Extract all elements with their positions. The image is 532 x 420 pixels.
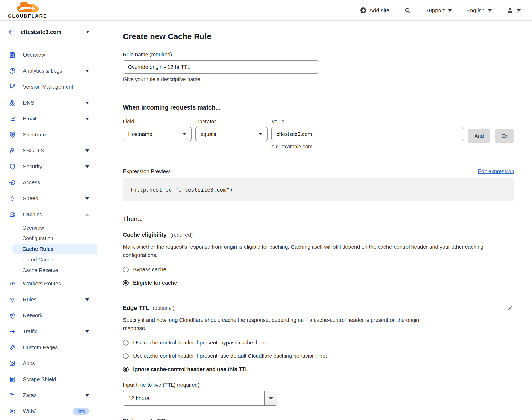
document-icon (9, 376, 16, 383)
add-site-button[interactable]: Add site (360, 7, 390, 14)
user-icon (506, 7, 514, 14)
chevron-up-icon (85, 213, 89, 216)
operator-label: Operator (195, 119, 268, 125)
login-arrow-icon (9, 179, 16, 186)
chevron-down-icon (85, 102, 89, 104)
sidebar-item-custom-pages[interactable]: Custom Pages (0, 339, 97, 355)
edge-ttl-option-2-radio[interactable]: Use cache-control header if present, use… (123, 353, 514, 359)
sidebar-item-access[interactable]: Access (0, 174, 97, 190)
chevron-down-icon (85, 330, 89, 333)
match-row: Field Hostname Operator equals Value e.g… (123, 119, 514, 150)
zaraz-bars-icon (9, 392, 16, 399)
edge-ttl-option-1-radio[interactable]: Use cache-control header if present, byp… (123, 340, 514, 346)
sidebar-subitem-caching-overview[interactable]: Overview (12, 222, 97, 233)
expression-preview-label: Expression Preview (123, 168, 170, 174)
or-button[interactable]: Or (495, 129, 514, 143)
edge-ttl-section: Edge TTL (optional) Specify if and how l… (123, 296, 514, 420)
value-helper: e.g. example.com (271, 144, 464, 150)
code-brackets-icon (9, 280, 16, 287)
sidebar-item-zaraz[interactable]: Zaraz (0, 387, 97, 403)
sidebar-item-web3[interactable]: Web3 New (0, 403, 97, 419)
edge-ttl-description: Specify if and how long Cloudflare shoul… (123, 316, 438, 332)
web3-hexagon-icon (9, 407, 16, 415)
field-select[interactable]: Hostname (123, 127, 192, 141)
dropdown-button[interactable] (264, 391, 277, 405)
chevron-down-icon (488, 9, 492, 12)
sidebar: cftestsite3.com Overview Analytics & Log… (0, 21, 97, 420)
sidebar-item-spectrum[interactable]: Spectrum (0, 127, 97, 143)
app-box-icon (9, 360, 16, 367)
sidebar-subitem-tiered-cache[interactable]: Tiered Cache (12, 254, 97, 265)
sidebar-item-apps[interactable]: Apps (0, 355, 97, 371)
funnel-icon (9, 296, 16, 303)
cache-eligibility-heading: Cache eligibility (123, 232, 167, 238)
shield-asterisk-icon (9, 131, 16, 138)
edit-expression-link[interactable]: Edit expression (478, 168, 514, 174)
eligible-for-cache-radio[interactable]: Eligible for cache (123, 280, 514, 286)
support-menu[interactable]: Support (425, 7, 452, 14)
pie-chart-icon (9, 67, 16, 74)
chevron-down-icon (85, 394, 89, 397)
bypass-cache-radio[interactable]: Bypass cache (123, 267, 514, 273)
status-code-ttl-heading: Status code TTL (123, 418, 514, 420)
sidebar-subitem-configuration[interactable]: Configuration (12, 233, 97, 244)
chevron-down-icon (182, 133, 187, 135)
radio-checked-icon (123, 367, 129, 372)
sidebar-item-caching[interactable]: Caching (0, 206, 97, 222)
ttl-input-label: Input time-to-live (TTL) (required) (123, 382, 514, 388)
language-menu[interactable]: English (466, 7, 492, 14)
section-divider (123, 94, 514, 94)
rule-name-input[interactable] (123, 60, 319, 74)
edge-ttl-heading: Edge TTL (123, 305, 149, 311)
sidebar-item-analytics-logs[interactable]: Analytics & Logs (0, 63, 97, 79)
search-button[interactable] (404, 7, 411, 14)
envelope-icon (9, 115, 16, 122)
sidebar-item-version-management[interactable]: Version Management (0, 79, 97, 95)
match-heading: When incoming requests match... (123, 104, 514, 111)
and-button[interactable]: And (468, 129, 490, 143)
page-title: Create new Cache Rule (123, 32, 514, 41)
chevron-down-icon (517, 9, 521, 12)
edge-ttl-option-3-radio[interactable]: Ignore cache-control header and use this… (123, 366, 514, 372)
chevron-down-icon (269, 397, 273, 400)
radio-unchecked-icon (123, 267, 129, 272)
sidebar-subitem-cache-rules[interactable]: Cache Rules (12, 244, 97, 254)
chevron-down-icon (258, 133, 263, 135)
sidebar-item-traffic[interactable]: Traffic (0, 323, 97, 339)
sidebar-item-security[interactable]: Security (0, 159, 97, 174)
sidebar-item-dns[interactable]: DNS (0, 95, 97, 111)
traffic-branches-icon (9, 328, 16, 335)
close-icon[interactable] (507, 304, 514, 311)
sidebar-item-rules[interactable]: Rules (0, 292, 97, 307)
sidebar-item-workers-routes[interactable]: Workers Routes (0, 276, 97, 292)
sidebar-item-speed[interactable]: Speed (0, 190, 97, 206)
value-input[interactable] (271, 127, 464, 141)
sidebar-item-scrape-shield[interactable]: Scrape Shield (0, 371, 97, 387)
new-badge: New (73, 408, 89, 415)
chevron-right-icon[interactable] (87, 30, 89, 34)
chevron-down-icon (85, 165, 89, 168)
ttl-select[interactable]: 12 hours (123, 391, 277, 406)
chevron-down-icon (85, 70, 89, 72)
lightning-icon (9, 195, 16, 202)
back-arrow-icon[interactable] (7, 28, 15, 36)
operator-select[interactable]: equals (195, 127, 268, 141)
cloudflare-logo[interactable]: CLOUDFLARE (8, 2, 47, 19)
account-menu[interactable] (506, 7, 521, 14)
wrench-icon (9, 344, 16, 351)
sidebar-nav: Overview Analytics & Logs Version Manage… (0, 43, 97, 419)
search-icon (404, 7, 411, 14)
sidebar-item-ssl-tls[interactable]: SSL/TLS (0, 143, 97, 159)
site-name[interactable]: cftestsite3.com (21, 29, 82, 35)
server-stack-icon (9, 211, 16, 218)
top-bar: CLOUDFLARE Add site Support English (0, 0, 532, 21)
sidebar-item-email[interactable]: Email (0, 111, 97, 127)
sidebar-item-overview[interactable]: Overview (0, 47, 97, 63)
sidebar-subitem-cache-reserve[interactable]: Cache Reserve (12, 265, 97, 276)
sidebar-item-network[interactable]: Network (0, 307, 97, 323)
sitemap-icon (9, 99, 16, 106)
then-heading: Then... (123, 215, 514, 223)
clipboard-icon (9, 51, 16, 59)
field-label: Field (123, 119, 192, 125)
chevron-down-icon (85, 118, 89, 120)
